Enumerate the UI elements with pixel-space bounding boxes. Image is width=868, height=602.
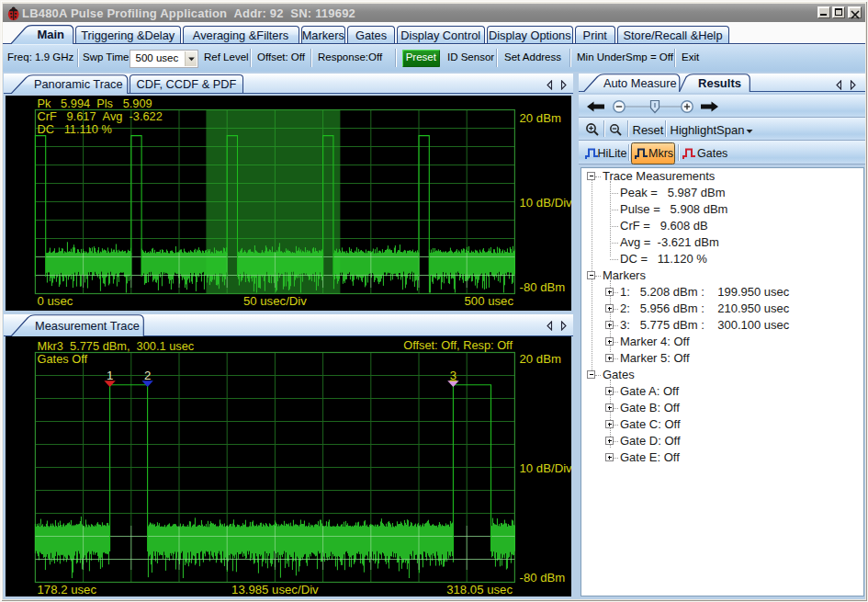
svg-text:Mkr3 5.775 dBm, 300.1 usec: Mkr3 5.775 dBm, 300.1 usec [38,339,195,353]
svg-text:178.2 usec: 178.2 usec [38,583,97,596]
svg-text:Offset: Off, Resp: Off: Offset: Off, Resp: Off [403,338,513,352]
svg-text:2: 2 [144,369,151,382]
svg-text:3: 3 [450,369,457,382]
svg-text:CrF 9.617 Avg -3.622: CrF 9.617 Avg -3.622 [38,109,163,123]
svg-text:318.05 usec: 318.05 usec [446,583,513,596]
svg-text:Main: Main [37,28,64,41]
svg-text:10 dB/Div: 10 dB/Div [520,461,572,475]
svg-text:50 usec/Div: 50 usec/Div [243,294,307,308]
svg-text:DC 11.110 %: DC 11.110 % [38,122,112,136]
svg-text:10 dB/Div: 10 dB/Div [520,196,572,210]
svg-text:0 usec: 0 usec [38,294,73,308]
svg-text:-80 dBm: -80 dBm [520,571,566,585]
svg-text:Auto Measure: Auto Measure [603,76,676,90]
svg-text:Measurement Trace: Measurement Trace [35,318,140,332]
svg-text:Results: Results [698,76,741,90]
svg-text:20 dBm: 20 dBm [520,111,561,125]
svg-text:-80 dBm: -80 dBm [520,280,566,294]
svg-text:13.985 usec/Div: 13.985 usec/Div [231,583,319,596]
svg-text:1: 1 [107,369,113,382]
svg-text:500 usec: 500 usec [464,294,513,308]
svg-text:Pk 5.994 Pls 5.909: Pk 5.994 Pls 5.909 [38,97,152,110]
svg-text:Panoramic Trace: Panoramic Trace [34,77,123,91]
svg-text:20 dBm: 20 dBm [520,352,561,366]
svg-text:Gates Off: Gates Off [38,352,88,366]
